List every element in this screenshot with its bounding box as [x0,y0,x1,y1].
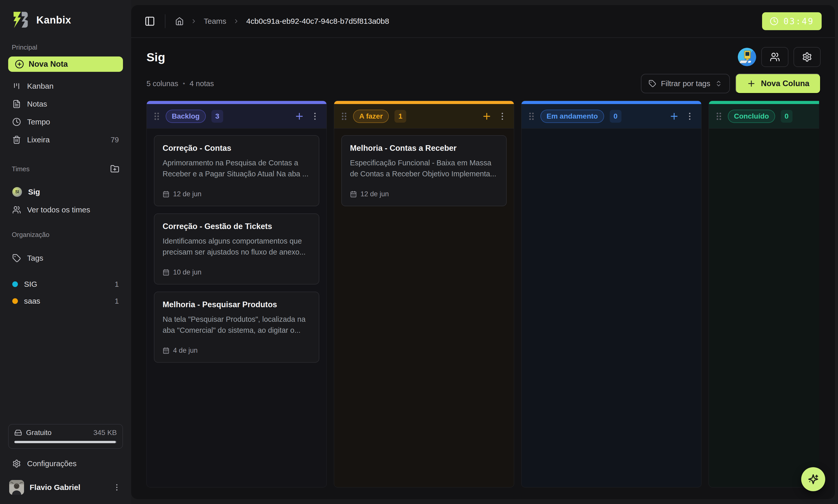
more-vertical-icon [112,483,121,492]
board-meta-columns: 5 colunas [146,79,178,88]
sidebar-item-label: Notas [27,100,47,108]
drag-handle-icon[interactable] [341,111,347,121]
card-due-date: 12 de jun [360,190,389,198]
column-count-badge: 0 [610,110,622,123]
card-description: Especificação Funcional - Baixa em Massa… [350,158,498,180]
tag-icon [648,80,656,87]
column-count-badge: 0 [781,110,792,123]
new-note-label: Nova Nota [29,59,68,69]
plus-icon [747,79,756,88]
board-scroll-viewport[interactable]: Backlog 3 Correção - Contas Aprimorament… [146,101,819,487]
add-card-icon[interactable] [482,111,492,121]
storage-progress-fill [14,441,116,443]
sidebar-item-tempo[interactable]: Tempo [8,114,123,130]
topbar-divider [165,14,165,28]
kanban-card[interactable]: Correção - Contas Aprimoramento na Pesqu… [154,135,319,206]
new-column-button[interactable]: Nova Coluna [735,74,821,93]
timer-value: 03:49 [784,16,814,26]
column-em-andamento: Em andamento 0 [521,101,701,487]
storage-progress-bar [14,441,117,443]
members-button[interactable] [761,47,788,67]
sidebar-item-kanban[interactable]: Kanban [8,78,123,94]
card-title: Correção - Gestão de Tickets [163,221,310,232]
sidebar: Kanbix Principal Nova Nota Kanban Notas … [0,0,131,504]
tag-row-sig[interactable]: SIG 1 [8,276,123,292]
kanban-board: Backlog 3 Correção - Contas Aprimorament… [146,101,819,487]
main-area: Teams 4cb0c91a-eb92-40c7-94c8-b7d5f813a0… [131,0,838,504]
column-a-fazer: A fazer 1 Melhoria - Contas a Receber Es… [334,101,514,487]
breadcrumb-teams[interactable]: Teams [204,17,226,25]
drag-handle-icon[interactable] [154,111,160,121]
gear-icon [802,52,812,62]
user-menu-button[interactable] [112,482,122,492]
user-profile-row[interactable]: Flavio Gabriel [8,479,123,496]
chevrons-up-down-icon [715,80,722,87]
column-backlog: Backlog 3 Correção - Contas Aprimorament… [146,101,327,487]
tags-list: SIG 1 saas 1 [8,276,123,309]
clock-icon [770,17,779,25]
card-description: Aprimoramento na Pesquisa de Contas a Re… [163,158,310,180]
board-meta-separator: • [183,80,185,87]
plus-circle-icon [15,59,24,69]
team-item-sig[interactable]: SI Sig [8,184,123,200]
board-meta-notes: 4 notas [190,79,214,88]
column-header: Concluído 0 [709,104,819,129]
column-menu-icon[interactable] [310,111,320,121]
filter-by-tags-dropdown[interactable]: Filtrar por tags [641,74,730,93]
team-label: Sig [28,187,40,196]
sidebar-item-configuracoes[interactable]: Configurações [8,455,123,472]
storage-plan-box[interactable]: Gratuito 345 KB [8,424,123,449]
sidebar-item-lixeira[interactable]: Lixeira 79 [8,132,123,148]
sidebar-item-notas[interactable]: Notas [8,96,123,112]
column-card-list: Melhoria - Contas a Receber Especificaçã… [334,129,514,487]
settings-label: Configurações [27,459,76,468]
tag-count: 1 [115,280,119,289]
app-logo-row[interactable]: Kanbix [8,9,123,31]
folder-plus-icon[interactable] [110,164,119,174]
kanban-card[interactable]: Melhoria - Contas a Receber Especificaçã… [341,135,507,206]
column-color-bar [147,101,326,104]
add-card-icon[interactable] [669,111,679,121]
view-all-teams-label: Ver todos os times [27,205,90,214]
drag-handle-icon[interactable] [528,111,535,121]
breadcrumb-board-id: 4cb0c91a-eb92-40c7-94c8-b7d5f813a0b8 [246,17,389,25]
card-description: Na tela "Pesquisar Produtos", localizada… [163,314,310,336]
calendar-icon [163,191,170,198]
sidebar-item-tags[interactable]: Tags [8,250,123,266]
drag-handle-icon[interactable] [716,111,722,121]
board-meta: 5 colunas • 4 notas [146,79,214,88]
tag-icon [12,254,21,263]
timer-badge[interactable]: 03:49 [762,12,822,30]
app-title: Kanbix [36,14,71,26]
column-menu-icon[interactable] [685,111,695,121]
ai-assistant-fab[interactable] [801,467,825,491]
kanbix-logo-icon [11,10,30,30]
board-header: Sig 5 colunas • 4 notas [131,38,835,93]
add-card-icon[interactable] [294,111,304,121]
new-note-button[interactable]: Nova Nota [8,56,123,72]
column-menu-icon[interactable] [498,111,507,121]
new-column-label: Nova Coluna [761,79,809,88]
file-text-icon [12,100,21,108]
board-avatar[interactable] [738,48,756,66]
column-card-list: Correção - Contas Aprimoramento na Pesqu… [147,129,326,487]
kanban-card[interactable]: Melhoria - Pesquisar Produtos Na tela "P… [154,292,319,363]
view-all-teams-item[interactable]: Ver todos os times [8,202,123,218]
section-label-principal: Principal [12,43,119,51]
tag-color-dot [12,298,18,304]
card-due-date: 4 de jun [173,346,198,355]
column-name-badge: Concluído [728,110,775,123]
hard-drive-icon [14,429,22,436]
sparkles-icon [807,473,819,485]
home-icon[interactable] [175,17,184,25]
user-avatar [9,480,24,495]
tag-row-saas[interactable]: saas 1 [8,293,123,309]
kanban-card[interactable]: Correção - Gestão de Tickets Identificam… [154,213,319,285]
users-icon [770,52,780,62]
team-avatar: SI [12,187,22,197]
settings-nav: Configurações [8,455,123,472]
sidebar-toggle-icon[interactable] [144,16,155,26]
card-due-date: 10 de jun [173,268,201,276]
board-settings-button[interactable] [794,47,821,67]
trash-icon [12,136,21,144]
